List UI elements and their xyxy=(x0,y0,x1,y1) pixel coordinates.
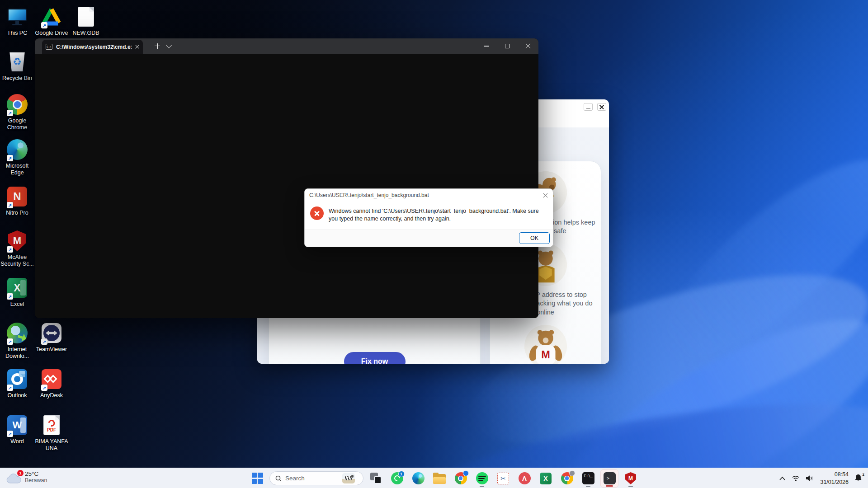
desktop: This PC Google Drive NEW.GDB ♻ Recycle B… xyxy=(0,0,868,488)
cmd-icon: C:\ xyxy=(46,44,52,50)
notification-bell-icon[interactable]: z xyxy=(854,474,863,483)
desktop-icon-nitro-pro[interactable]: N Nitro Pro xyxy=(0,185,34,216)
start-button[interactable] xyxy=(248,469,266,488)
taskbar-cmd[interactable]: C:\_ xyxy=(579,469,597,488)
mcafee-close-button[interactable] xyxy=(597,103,606,111)
new-tab-button[interactable] xyxy=(153,42,161,50)
shortcut-arrow-icon xyxy=(7,293,13,300)
file-explorer-icon xyxy=(433,474,446,484)
red-circle-app-icon: Λ xyxy=(519,472,531,484)
desktop-icon-recycle-bin[interactable]: ♻ Recycle Bin xyxy=(0,51,34,82)
desktop-icon-label: McAfee Security Sc... xyxy=(0,254,34,267)
taskbar-search[interactable] xyxy=(269,471,363,485)
tab-dropdown-icon[interactable] xyxy=(166,42,172,48)
shortcut-arrow-icon xyxy=(7,246,13,253)
taskbar-terminal-active[interactable]: >_ xyxy=(600,469,618,488)
desktop-icon-label: Internet Downlo... xyxy=(0,346,34,360)
desktop-icon-label: Google Chrome xyxy=(0,117,34,131)
taskbar-snipping-tool[interactable]: ✂ xyxy=(494,469,512,488)
maximize-icon xyxy=(505,44,509,48)
dialog-close-icon[interactable] xyxy=(543,193,548,198)
this-pc-icon xyxy=(6,5,28,28)
desktop-icon-label: Recycle Bin xyxy=(2,75,32,82)
excel-icon: X xyxy=(540,473,552,484)
desktop-icon-mcafee[interactable]: M McAfee Security Sc... xyxy=(0,230,34,267)
desktop-icon-word[interactable]: W Word xyxy=(0,414,34,445)
terminal-titlebar[interactable]: C:\ C:\Windows\system32\cmd.e: xyxy=(35,38,538,54)
teamviewer-icon xyxy=(40,322,63,344)
error-message: Windows cannot find 'C:\Users\USER\.tenj… xyxy=(329,207,541,223)
spotify-icon xyxy=(476,472,488,484)
taskbar-spotify[interactable] xyxy=(473,469,491,488)
desktop-icon-microsoft-edge[interactable]: Microsoft Edge xyxy=(0,138,34,176)
search-input[interactable] xyxy=(285,475,339,482)
chrome-badge xyxy=(463,470,469,476)
command-prompt-icon: C:\_ xyxy=(582,472,594,484)
terminal-screen[interactable] xyxy=(35,54,538,318)
wifi-icon[interactable] xyxy=(792,475,800,482)
chrome-settings-badge xyxy=(569,470,575,476)
whatsapp-icon: 1 xyxy=(391,472,403,484)
desktop-icon-this-pc[interactable]: This PC xyxy=(0,5,34,37)
close-icon xyxy=(525,43,531,49)
search-icon xyxy=(275,475,282,482)
running-indicator xyxy=(480,486,484,487)
shortcut-arrow-icon xyxy=(41,385,47,391)
taskbar-chrome-2[interactable] xyxy=(558,469,576,488)
taskbar-excel[interactable]: X xyxy=(537,469,555,488)
weather-temp: 25°C xyxy=(25,470,47,477)
taskbar-chrome[interactable] xyxy=(452,469,470,488)
tray-chevron-up-icon[interactable] xyxy=(779,476,786,481)
tray-clock[interactable]: 08:54 31/01/2026 xyxy=(820,471,849,486)
taskbar-red-circle-app[interactable]: Λ xyxy=(515,469,533,488)
desktop-icon-anydesk[interactable]: AnyDesk xyxy=(34,368,69,399)
desktop-icon-outlook[interactable]: Outlook xyxy=(0,368,34,399)
running-indicator xyxy=(628,486,633,487)
desktop-icon-teamviewer[interactable]: TeamViewer xyxy=(34,322,69,353)
volume-icon[interactable] xyxy=(806,475,814,482)
taskbar-mcafee[interactable]: M xyxy=(622,469,640,488)
shortcut-arrow-icon xyxy=(7,385,13,391)
desktop-icon-excel[interactable]: X Excel xyxy=(0,277,34,308)
desktop-icon-label: BIMA YANFA UNA xyxy=(34,438,69,452)
ok-button[interactable]: OK xyxy=(519,232,550,244)
mcafee-shield-icon: M xyxy=(6,230,28,252)
desktop-icon-label: NEW.GDB xyxy=(72,30,99,37)
outlook-icon xyxy=(6,368,28,390)
error-dialog-title: C:\Users\USER\.tenjo\start_tenjo_backgro… xyxy=(309,192,429,198)
snipping-tool-icon: ✂ xyxy=(497,473,509,484)
terminal-tab-title: C:\Windows\system32\cmd.e: xyxy=(56,44,132,50)
desktop-icon-label: This PC xyxy=(7,30,27,37)
shortcut-arrow-icon xyxy=(41,22,47,28)
shortcut-arrow-icon xyxy=(7,110,13,116)
task-view-icon xyxy=(370,473,382,484)
taskbar-whatsapp[interactable]: 1 xyxy=(388,469,406,488)
desktop-icon-label: AnyDesk xyxy=(40,392,63,399)
desktop-icon-google-chrome[interactable]: Google Chrome xyxy=(0,93,34,131)
chrome-icon xyxy=(6,93,28,116)
windows-logo-icon xyxy=(252,473,263,484)
cloud-icon: 1 xyxy=(6,473,22,484)
weather-widget[interactable]: 1 25°C Berawan xyxy=(6,469,47,484)
running-indicator xyxy=(586,486,590,487)
desktop-icon-bima-pdf[interactable]: PDF BIMA YANFA UNA xyxy=(34,414,69,452)
tab-close-icon[interactable] xyxy=(135,45,139,49)
desktop-icon-google-drive[interactable]: Google Drive xyxy=(34,5,69,37)
mcafee-icon: M xyxy=(625,472,636,484)
taskbar-edge[interactable] xyxy=(409,469,427,488)
error-dialog: C:\Users\USER\.tenjo\start_tenjo_backgro… xyxy=(304,188,553,247)
terminal-minimize-button[interactable] xyxy=(476,38,497,54)
terminal-tab[interactable]: C:\ C:\Windows\system32\cmd.e: xyxy=(42,40,143,54)
terminal-maximize-button[interactable] xyxy=(497,38,518,54)
fix-now-button[interactable]: Fix now xyxy=(344,352,406,364)
tray-time: 08:54 xyxy=(820,471,849,478)
terminal-close-button[interactable] xyxy=(518,38,538,54)
desktop-icon-label: Word xyxy=(10,438,24,445)
mcafee-minimize-button[interactable] xyxy=(584,103,593,111)
task-view-button[interactable] xyxy=(367,469,385,488)
desktop-icon-new-gdb[interactable]: NEW.GDB xyxy=(69,5,103,37)
desktop-icon-idm[interactable]: Internet Downlo... xyxy=(0,322,34,360)
taskbar-file-explorer[interactable] xyxy=(430,469,448,488)
file-icon xyxy=(75,5,97,28)
edge-icon xyxy=(412,472,425,484)
